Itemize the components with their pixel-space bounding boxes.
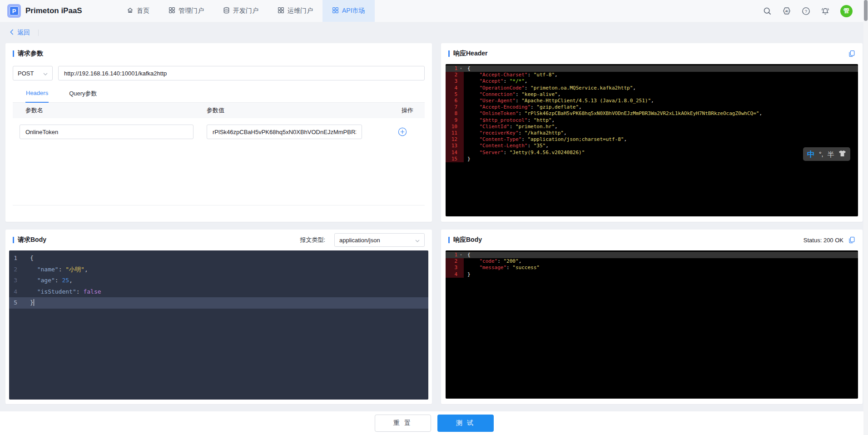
code-line: 3 "age": 25, bbox=[9, 275, 428, 286]
line-number: 14 bbox=[446, 150, 464, 156]
add-param-button[interactable] bbox=[362, 127, 425, 136]
line-number: 5 bbox=[9, 297, 25, 309]
ime-toolbar: 中 °, 半 bbox=[803, 147, 850, 161]
response-body-panel: 响应Body Status: 200 OK 1▾{2 "code": "200"… bbox=[441, 230, 863, 404]
param-tabs: Headers Query参数 bbox=[13, 86, 425, 103]
request-params-panel: 请求参数 POST Headers Query参数 参数名 参数值 bbox=[5, 43, 432, 222]
title-accent-bar bbox=[13, 50, 14, 57]
main-content: 请求参数 POST Headers Query参数 参数名 参数值 bbox=[0, 43, 868, 404]
code-line: 4 "isStudent": false bbox=[9, 286, 428, 298]
code-line: 1▾{ bbox=[446, 65, 858, 72]
code-line: 1▾{ bbox=[446, 252, 858, 258]
response-body-editor[interactable]: 1▾{2 "code": "200",3 "message": "success… bbox=[446, 250, 858, 399]
title-accent-bar bbox=[13, 237, 14, 243]
line-number: 2 bbox=[446, 258, 464, 265]
scrollbar-track[interactable] bbox=[863, 0, 868, 435]
divider bbox=[38, 30, 39, 36]
line-number: 1▾ bbox=[446, 65, 464, 72]
code-line: 1{ bbox=[9, 253, 428, 264]
notification-bell-icon[interactable] bbox=[821, 6, 830, 15]
tab-headers[interactable]: Headers bbox=[25, 86, 49, 103]
line-number: 4 bbox=[446, 271, 464, 278]
nav-toolbar: AI ? 管 bbox=[763, 0, 868, 22]
nav-item-dev-portal[interactable]: 开发门户 bbox=[213, 0, 268, 22]
code-line: 5 "Connection": "keep-alive", bbox=[446, 91, 858, 98]
nav-item-label: 首页 bbox=[137, 7, 149, 15]
param-table-row bbox=[13, 125, 425, 139]
nav-item-admin-portal[interactable]: 管理门户 bbox=[159, 0, 213, 22]
column-header-value: 参数值 bbox=[207, 106, 390, 115]
ime-halfwidth-toggle[interactable]: 半 bbox=[828, 151, 834, 158]
param-value-input[interactable] bbox=[207, 125, 362, 139]
request-body-panel: 请求Body 报文类型: application/json 1{2 "name"… bbox=[5, 230, 432, 404]
top-nav: P Primeton iPaaS 首页 管理门户 开发门户 运维门户 A bbox=[0, 0, 868, 22]
line-number: 9 bbox=[446, 117, 464, 124]
app-root: P Primeton iPaaS 首页 管理门户 开发门户 运维门户 A bbox=[0, 0, 868, 435]
code-line: 15} bbox=[446, 156, 858, 162]
url-input[interactable] bbox=[58, 66, 425, 80]
copy-icon[interactable] bbox=[848, 236, 855, 244]
content-type-value: application/json bbox=[339, 237, 380, 244]
search-icon[interactable] bbox=[763, 7, 772, 15]
response-header-editor[interactable]: 1▾{2 "Accept-Charset": "utf-8",3 "Accept… bbox=[446, 64, 858, 216]
line-number: 15 bbox=[446, 156, 464, 162]
scrollbar-thumb[interactable] bbox=[864, 0, 868, 21]
chevron-down-icon bbox=[415, 237, 420, 244]
back-label: 返回 bbox=[17, 29, 30, 37]
ime-skin-icon[interactable] bbox=[838, 150, 846, 159]
help-icon[interactable]: ? bbox=[802, 7, 810, 15]
reset-button[interactable]: 重 置 bbox=[375, 415, 431, 432]
method-select[interactable]: POST bbox=[13, 66, 53, 80]
nav-item-label: API市场 bbox=[342, 7, 365, 15]
request-body-title: 请求Body bbox=[18, 236, 46, 244]
line-number: 2 bbox=[9, 264, 25, 275]
code-line: 10 "ClientId": "primeton.hr", bbox=[446, 124, 858, 130]
code-line: 7 "Accept-Encoding": "gzip,deflate", bbox=[446, 104, 858, 110]
code-line: 11 "receiverKey": "/kafka2http", bbox=[446, 130, 858, 136]
line-number: 12 bbox=[446, 136, 464, 143]
code-line: 9 "$http_protocol": "http", bbox=[446, 117, 858, 124]
ime-language-toggle[interactable]: 中 bbox=[807, 150, 815, 158]
param-name-input[interactable] bbox=[20, 125, 193, 139]
code-line: 2 "name": "小明", bbox=[9, 264, 428, 275]
copy-icon[interactable] bbox=[848, 50, 855, 57]
nav-item-ops-portal[interactable]: 运维门户 bbox=[268, 0, 322, 22]
line-number: 10 bbox=[446, 124, 464, 130]
code-line: 14 "Server": "Jetty(9.4.56.v20240826)" bbox=[446, 150, 858, 156]
back-link[interactable]: 返回 bbox=[10, 29, 30, 37]
line-number: 13 bbox=[446, 143, 464, 149]
param-table-header: 参数名 参数值 操作 bbox=[13, 103, 425, 118]
svg-text:?: ? bbox=[805, 9, 807, 14]
chevron-left-icon bbox=[10, 29, 14, 36]
ime-punctuation-toggle[interactable]: °, bbox=[819, 151, 823, 157]
title-accent-bar bbox=[448, 237, 450, 243]
code-line: 5} bbox=[9, 297, 428, 309]
tab-query-params[interactable]: Query参数 bbox=[69, 86, 97, 103]
test-button[interactable]: 测 试 bbox=[437, 415, 494, 432]
nav-items: 首页 管理门户 开发门户 运维门户 API市场 bbox=[117, 0, 375, 22]
code-line: 2 "code": "200", bbox=[446, 258, 858, 265]
request-body-editor[interactable]: 1{2 "name": "小明",3 "age": 25,4 "isStuden… bbox=[9, 250, 428, 400]
nav-item-label: 管理门户 bbox=[179, 7, 204, 15]
fold-arrow-icon: ▾ bbox=[458, 65, 464, 72]
line-number: 4 bbox=[9, 286, 25, 298]
code-line: 3 "Accept": "*/*", bbox=[446, 78, 858, 85]
code-line: 2 "Accept-Charset": "utf-8", bbox=[446, 72, 858, 78]
title-accent-bar bbox=[448, 50, 450, 57]
svg-text:AI: AI bbox=[785, 10, 789, 13]
nav-item-api-market[interactable]: API市场 bbox=[322, 0, 375, 22]
line-number: 1▾ bbox=[446, 252, 464, 258]
grid-icon bbox=[278, 7, 284, 15]
code-line: 12 "Content-Type": "application/json;cha… bbox=[446, 136, 858, 143]
grid-icon bbox=[169, 7, 175, 15]
code-line: 6 "User-Agent": "Apache-HttpClient/4.5.1… bbox=[446, 98, 858, 104]
line-number: 8 bbox=[446, 110, 464, 117]
home-icon bbox=[127, 7, 134, 15]
user-avatar[interactable]: 管 bbox=[840, 5, 853, 17]
primeton-logo-icon: P bbox=[7, 4, 21, 18]
code-line: 8 "OnlineToken": "rPlSk46zpCBaH5vPK68hq5… bbox=[446, 110, 858, 117]
ai-assistant-icon[interactable]: AI bbox=[782, 6, 791, 15]
column-header-name: 参数名 bbox=[13, 106, 207, 115]
nav-item-home[interactable]: 首页 bbox=[117, 0, 159, 22]
content-type-select[interactable]: application/json bbox=[334, 233, 425, 247]
